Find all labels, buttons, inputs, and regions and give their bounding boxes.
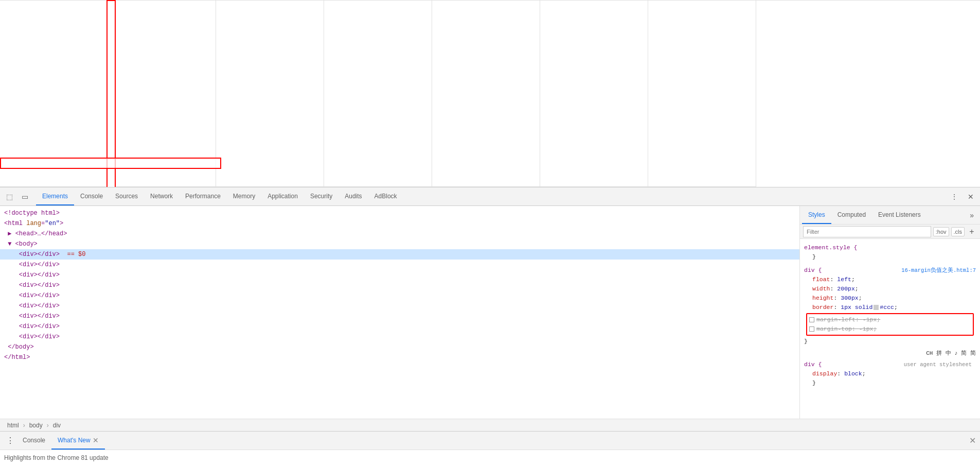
filter-add-button[interactable]: +: [967, 227, 977, 237]
cn-chars-line: CH 拼 中 ♪ 简 简: [800, 348, 980, 358]
styles-filter-bar: :hov .cls +: [800, 225, 980, 239]
tab-adblock[interactable]: AdBlock: [368, 187, 403, 205]
tab-audits[interactable]: Audits: [338, 187, 368, 205]
viewport-content: [0, 0, 980, 187]
tab-security[interactable]: Security: [304, 187, 338, 205]
filter-cls-button[interactable]: .cls: [951, 227, 965, 236]
css-prop-border: border : 1px solid #ccc ;: [804, 303, 976, 312]
css-prop-margin-left: margin-left : -1px ;: [809, 315, 971, 324]
inspect-element-button[interactable]: ⬚: [2, 190, 16, 204]
grid-cell: [216, 1, 324, 187]
console-tab-menu-button[interactable]: ⋮: [4, 435, 16, 447]
html-line-body-close: </body>: [0, 342, 799, 352]
margin-left-checkbox[interactable]: [809, 317, 814, 322]
html-line-div8[interactable]: <div></div>: [0, 321, 799, 332]
styles-tab-styles[interactable]: Styles: [802, 206, 831, 224]
styles-content[interactable]: element.style { } div { 16-margin负值之美.ht…: [800, 239, 980, 419]
grid-cell: [540, 1, 648, 187]
whats-new-close-button[interactable]: ✕: [93, 436, 99, 444]
devtools-main: <!doctype html> <html lang="en"> ▶ <head…: [0, 206, 980, 419]
css-prop-height: height : 300px ;: [804, 294, 976, 303]
devtools-close-button[interactable]: ✕: [964, 190, 978, 204]
css-prop-margin-top: margin-top : -1px ;: [809, 324, 971, 334]
toolbar-icons: ⬚ ▭: [2, 190, 32, 204]
console-tab-console[interactable]: Console: [16, 432, 51, 450]
html-line-html-open: <html lang="en">: [0, 218, 799, 229]
devtools-tabs: Elements Console Sources Network Perform…: [36, 187, 947, 205]
html-line-div3[interactable]: <div></div>: [0, 270, 799, 280]
grid-cell: [108, 1, 216, 187]
grid-cell: [432, 1, 540, 187]
tab-console[interactable]: Console: [74, 187, 109, 205]
css-prop-width: width : 200px ;: [804, 284, 976, 294]
breadcrumb-body[interactable]: body: [26, 421, 46, 430]
styles-tabs: Styles Computed Event Listeners »: [800, 206, 980, 225]
whats-new-label: What's New: [58, 437, 91, 444]
grid-cell: [648, 1, 756, 187]
console-tab-whats-new[interactable]: What's New ✕: [51, 432, 105, 450]
breadcrumb: html › body › div: [0, 419, 980, 431]
grid-cell: [324, 1, 432, 187]
styles-filter-input[interactable]: [803, 226, 931, 237]
css-prop-float: float : left ;: [804, 275, 976, 284]
highlights-bar: Highlights from the Chrome 81 update: [0, 450, 980, 465]
html-line-div6[interactable]: <div></div>: [0, 301, 799, 311]
ua-rule-selector: div {: [804, 360, 822, 369]
html-line-doctype: <!doctype html>: [0, 208, 799, 218]
tab-network[interactable]: Network: [144, 187, 179, 205]
css-prop-display: display : block ;: [804, 369, 976, 378]
tab-memory[interactable]: Memory: [227, 187, 261, 205]
html-line-div2[interactable]: <div></div>: [0, 260, 799, 270]
tab-performance[interactable]: Performance: [179, 187, 227, 205]
styles-tab-computed[interactable]: Computed: [831, 206, 872, 224]
devtools-more-button[interactable]: ⋮: [947, 190, 961, 204]
div-rule-selector: div {: [804, 266, 822, 275]
devtools-panel: ⬚ ▭ Elements Console Sources Network Per…: [0, 187, 980, 465]
console-tabs: ⋮ Console What's New ✕ ✕: [0, 431, 980, 450]
html-line-html-close: </html>: [0, 352, 799, 363]
element-style-rule: element.style { }: [800, 241, 980, 264]
browser-viewport: [0, 0, 980, 187]
element-style-close: }: [804, 252, 976, 262]
ua-rule-header: div { user agent stylesheet: [804, 360, 976, 369]
div-rule-header: div { 16-margin负值之美.html:7: [804, 266, 976, 275]
tab-application[interactable]: Application: [261, 187, 304, 205]
styles-tab-more-button[interactable]: »: [966, 206, 978, 224]
devtools-toolbar: ⬚ ▭ Elements Console Sources Network Per…: [0, 187, 980, 206]
tab-elements[interactable]: Elements: [36, 187, 74, 205]
margin-highlight-box: margin-left : -1px ; margin-top : -1px ;: [806, 313, 974, 336]
ua-rule-source: user agent stylesheet: [904, 360, 976, 369]
element-style-selector: element.style {: [804, 243, 858, 252]
html-line-body-open: ▼ <body>: [0, 239, 799, 249]
devtools-toolbar-right: ⋮ ✕: [947, 190, 978, 204]
grid-cell: [0, 1, 108, 187]
devtools-bottom-close-button[interactable]: ✕: [969, 436, 976, 445]
html-line-div4[interactable]: <div></div>: [0, 280, 799, 290]
html-line-head: ▶ <head>…</head>: [0, 229, 799, 239]
div-rule-close: }: [804, 337, 976, 346]
filter-hov-button[interactable]: :hov: [933, 227, 949, 236]
breadcrumb-div[interactable]: div: [50, 421, 64, 430]
div-rule: div { 16-margin负值之美.html:7 float : left …: [800, 264, 980, 348]
ua-rule-close: }: [804, 378, 976, 388]
styles-tab-event-listeners[interactable]: Event Listeners: [872, 206, 927, 224]
margin-top-checkbox[interactable]: [809, 326, 814, 332]
div-rule-source[interactable]: 16-margin负值之美.html:7: [901, 266, 976, 275]
grid-container: [0, 0, 980, 187]
tab-sources[interactable]: Sources: [109, 187, 144, 205]
element-style-header: element.style {: [804, 243, 976, 252]
styles-panel: Styles Computed Event Listeners » :hov .…: [800, 206, 980, 419]
html-line-div5[interactable]: <div></div>: [0, 290, 799, 301]
ua-rule: div { user agent stylesheet display : bl…: [800, 358, 980, 390]
html-line-div9[interactable]: <div></div>: [0, 332, 799, 342]
breadcrumb-html[interactable]: html: [4, 421, 22, 430]
html-panel[interactable]: <!doctype html> <html lang="en"> ▶ <head…: [0, 206, 800, 419]
highlights-text: Highlights from the Chrome 81 update: [4, 454, 109, 461]
html-line-div7[interactable]: <div></div>: [0, 311, 799, 321]
device-toolbar-button[interactable]: ▭: [17, 190, 32, 204]
color-swatch-border[interactable]: [874, 305, 879, 310]
html-line-div1[interactable]: <div></div> == $0: [0, 249, 799, 260]
